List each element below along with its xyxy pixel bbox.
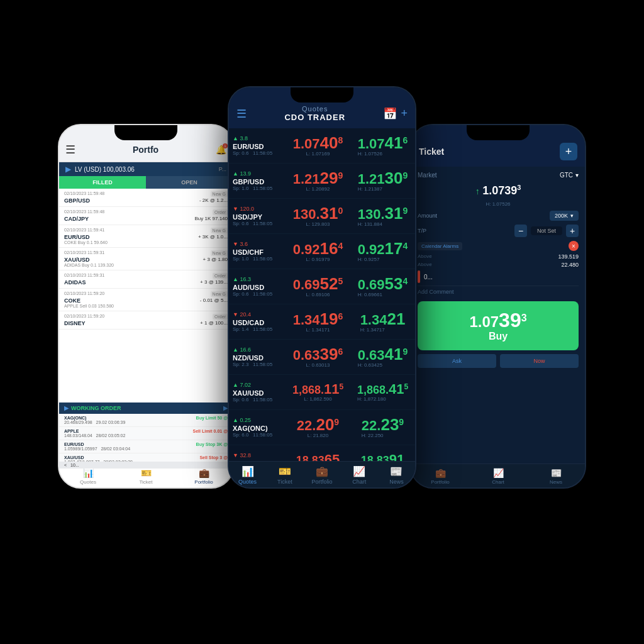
nav-ticket[interactable]: 🎫 Ticket (117, 468, 175, 485)
bid-price-usdjpy: 130.310 (293, 205, 343, 221)
ticket-body: Market GTC ▾ ↑ 1.07393 H: 1.07526 Amount… (411, 167, 585, 373)
calendar-icon[interactable]: 📅 (383, 107, 397, 121)
bid-usdcad: 1.34196 L: 1.34171 (286, 304, 350, 339)
tab-filled[interactable]: FILLED (59, 176, 146, 189)
quote-row-usdjpy[interactable]: ▼ 120.0 USD/JPY Sp: 0.6 11:58:05 130.310… (229, 199, 415, 234)
meta-usdchf: Sp: 1.0 11:58:05 (233, 256, 282, 262)
right-nav: 💼 Portfolio 📈 Chart 📰 News (411, 464, 585, 487)
symbol-eurusd: EUR/USD (233, 143, 282, 150)
ask-price-eurusd: 1.07416 (358, 135, 408, 151)
right-nav-portfolio[interactable]: 💼 Portfolio (411, 468, 469, 485)
bid-price-usdcad: 1.34196 (293, 311, 343, 327)
symbol-usdjpy: USD/JPY (233, 213, 282, 221)
symbol-xauusd: XAU/USD (233, 389, 282, 397)
tp-minus-button[interactable]: − (514, 225, 527, 237)
quote-row-xauusd[interactable]: ▲ 7.02 XAU/USD Sp: 0.6 11:58:05 1,868.11… (229, 375, 415, 410)
now-button[interactable]: Now (500, 354, 579, 368)
nav-quotes-label: Quotes (80, 479, 96, 485)
add-icon[interactable]: + (401, 107, 408, 120)
nav-portfolio[interactable]: 💼 Portfolio (175, 468, 233, 485)
tp-row: T/P − Not Set + (418, 225, 579, 237)
order-type-row: Market GTC ▾ (418, 172, 579, 179)
nav-chart-icon: 📈 (353, 465, 365, 477)
center-nav-portfolio[interactable]: 💼 Portfolio (303, 465, 340, 485)
center-nav: 📊 Quotes 🎫 Ticket 💼 Portfolio 📈 Chart 📰 … (229, 461, 415, 487)
symbol-gbpusd: GBP/USD (233, 178, 282, 186)
quotes-table: ▲ 3.8 EUR/USD Sp: 0.6 11:58:05 1.07408 L… (229, 128, 415, 462)
meta-usdcad: Sp: 1.4 11:58:05 (233, 326, 282, 332)
account-bar: ▶ LV (USD) 100,003.06 P... (59, 162, 233, 176)
buy-button[interactable]: 1.07393 Buy (418, 301, 579, 350)
nav-news-label-c: News (389, 479, 404, 485)
center-nav-ticket[interactable]: 🎫 Ticket (266, 465, 303, 485)
action-buttons: Ask Now (418, 354, 579, 368)
right-nav-portfolio-label: Portfolio (431, 479, 449, 485)
left-notch (114, 125, 177, 140)
quote-row-xag[interactable]: ▲ 0.25 XAG(ONC) Sp: 6.0 11:58:05 22.209 … (229, 410, 415, 445)
ask-usdtry: 18.8391 H: 18.8377 (350, 445, 415, 462)
menu-icon[interactable]: ☰ (65, 143, 75, 157)
tp-plus-button[interactable]: + (566, 225, 579, 237)
quote-row-usdcad[interactable]: ▼ 20.4 USD/CAD Sp: 1.4 11:58:05 1.34196 … (229, 304, 415, 340)
bid-price-audusd: 0.69525 (293, 275, 343, 292)
quote-row-eurusd[interactable]: ▲ 3.8 EUR/USD Sp: 0.6 11:58:05 1.07408 L… (229, 128, 415, 164)
close-icon[interactable]: × (569, 241, 579, 251)
ask-price-gbpusd: 1.21309 (358, 170, 408, 186)
comment-row[interactable]: Add Comment (418, 286, 579, 297)
amount-select[interactable]: 200K ▾ (550, 211, 579, 221)
quote-row-gbpusd[interactable]: ▲ 13.9 GBP/USD Sp: 1.0 11:58:05 1.21299 … (229, 164, 415, 199)
tp-value: Not Set (531, 226, 562, 235)
quote-left-gbpusd: ▲ 13.9 GBP/USD Sp: 1.0 11:58:05 (229, 164, 286, 198)
ask-price-xauusd: 1,868.415 (357, 382, 408, 396)
ask-price-xag: 22.239 (362, 416, 404, 433)
page-num: 10... (70, 463, 79, 467)
ask-price-audusd: 0.69534 (358, 275, 408, 292)
bid-xag: 22.209 L: 21.820 (286, 410, 350, 445)
working-order-label: WORKING ORDER (71, 405, 121, 411)
order-type: New G (211, 291, 228, 297)
ask-sub-xauusd: H: 1,872.180 (357, 396, 408, 402)
amount: + 3 @ 139... (200, 279, 228, 286)
symbol-usdcad: USD/CAD (233, 319, 282, 326)
notification-icon[interactable]: 🔔1 (216, 145, 226, 155)
bid-price-gbpusd: 1.21299 (293, 170, 343, 186)
nav-quotes[interactable]: 📊 Quotes (59, 468, 117, 485)
add-button[interactable]: + (560, 143, 577, 160)
right-nav-news[interactable]: 📰 News (527, 468, 585, 485)
bid-price-xauusd: 1,868.115 (292, 382, 343, 396)
ask-button[interactable]: Ask (418, 354, 496, 368)
amount: + 3K @ 1.0... (198, 234, 228, 240)
meta-xauusd: Sp: 0.6 11:58:05 (233, 397, 282, 402)
change-usdcad: ▼ 20.4 (233, 311, 282, 318)
nav-ticket-label: Ticket (139, 479, 152, 485)
amount-chevron-icon: ▾ (570, 213, 574, 219)
quote-row-audusd[interactable]: ▲ 16.3 AUD/USD Sp: 0.6 11:58:05 0.69525 … (229, 269, 415, 304)
duration-select[interactable]: GTC ▾ (560, 172, 579, 179)
tab-open[interactable]: OPEN (146, 176, 233, 189)
amount: + 1 @ 100... (200, 320, 228, 326)
quote-row-nzdusd[interactable]: ▲ 16.6 NZD/USD Sp: 2.3 11:58:05 0.63396 … (229, 340, 415, 375)
app-name: CDO TRADER (247, 113, 383, 122)
working-item: EUR/USDBuy Stop 3K @ 1.05989/1.05997 28/… (59, 440, 233, 453)
right-nav-chart[interactable]: 📈 Chart (469, 468, 527, 485)
tp-control: − Not Set + (514, 225, 579, 237)
center-nav-news[interactable]: 📰 News (378, 465, 415, 485)
list-item: 02/10/2023 11:59:31 New G XAU/USD + 3 @ … (59, 248, 233, 270)
center-nav-quotes[interactable]: 📊 Quotes (229, 465, 266, 485)
change-xauusd: ▲ 7.02 (233, 382, 282, 388)
center-nav-chart[interactable]: 📈 Chart (341, 465, 378, 485)
quote-row-usdchf[interactable]: ▼ 3.6 USD/CHF Sp: 1.0 11:58:05 0.92164 L… (229, 234, 415, 269)
nav-portfolio-label-c: Portfolio (311, 479, 332, 485)
sl-row: 0... (418, 270, 579, 283)
quote-left-nzdusd: ▲ 16.6 NZD/USD Sp: 2.3 11:58:05 (229, 340, 286, 374)
app-title-block: Quotes CDO TRADER (247, 105, 383, 122)
list-item: 02/10/2023 11:59:41 New G EUR/USD + 3K @… (59, 225, 233, 248)
amount: - 2K @ 1.2... (199, 197, 228, 204)
right-news-icon: 📰 (551, 468, 562, 478)
quotes-label: Quotes (247, 105, 383, 113)
quote-row-usdtry[interactable]: ▼ 32.8 USD/TRY Sp: 26.0 11:58:01 18.8365… (229, 445, 415, 462)
sl-value: 0... (424, 274, 433, 280)
symbol-usdchf: USD/CHF (233, 248, 282, 256)
buy-label: Buy (426, 331, 570, 341)
hamburger-icon[interactable]: ☰ (236, 107, 247, 121)
